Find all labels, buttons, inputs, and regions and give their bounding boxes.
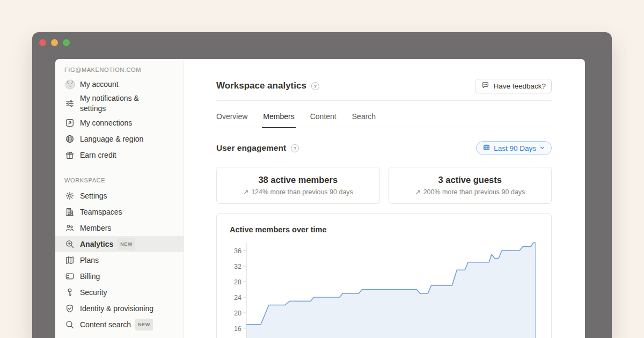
sidebar-item-label: Analytics <box>80 239 113 249</box>
date-range-button[interactable]: Last 90 Days <box>476 141 552 155</box>
sidebar-item-members[interactable]: Members <box>55 220 184 236</box>
calendar-icon <box>482 143 491 153</box>
sidebar-item-label: My notifications & settings <box>80 93 152 114</box>
map-icon <box>64 255 75 266</box>
gift-icon <box>64 150 75 160</box>
sidebar-item-label: Plans <box>80 255 99 266</box>
tab-members[interactable]: Members <box>263 112 294 128</box>
tab-search[interactable]: Search <box>352 112 376 128</box>
sidebar-item-my-account[interactable]: My account <box>55 76 184 92</box>
sidebar-item-analytics[interactable]: AnalyticsNEW <box>55 236 184 252</box>
sidebar-item-label: Content search <box>80 320 131 330</box>
magnifier-icon <box>64 319 75 330</box>
sidebar-item-identity-provisioning[interactable]: Identity & provisioning <box>55 300 184 317</box>
arrow-up-right-box-icon <box>64 117 75 128</box>
trend-up-icon: ↗ <box>243 188 248 196</box>
workspace-menu: SettingsTeamspacesMembersAnalyticsNEWPla… <box>55 188 184 333</box>
stat-delta: ↗124% more than previous 90 days <box>243 188 353 196</box>
sidebar-item-label: Billing <box>80 271 100 282</box>
sidebar-item-teamspaces[interactable]: Teamspaces <box>55 204 184 220</box>
globe-icon <box>64 134 75 144</box>
sidebar-item-content-search[interactable]: Content searchNEW <box>55 317 184 333</box>
avatar-icon <box>64 79 75 90</box>
zoom-window-button[interactable] <box>63 39 70 46</box>
sidebar-item-earn-credit[interactable]: Earn credit <box>55 147 184 163</box>
sidebar-item-label: Language & region <box>80 134 143 144</box>
y-tick-label: 20 <box>234 310 241 317</box>
tab-overview[interactable]: Overview <box>216 112 247 128</box>
y-tick-label: 28 <box>234 278 241 286</box>
chart-card: Active members over time 162024283236 <box>216 213 552 338</box>
feedback-bubble-icon <box>481 81 489 91</box>
stat-value: 38 active members <box>258 175 338 185</box>
stat-card-active-members: 38 active members↗124% more than previou… <box>216 167 380 204</box>
header-divider <box>216 100 552 101</box>
help-icon[interactable]: ? <box>311 82 319 90</box>
sidebar-item-my-notifications-settings[interactable]: My notifications & settings <box>55 92 184 115</box>
page-title: Workspace analytics <box>216 80 306 91</box>
sliders-icon <box>64 98 75 109</box>
sidebar-item-label: Members <box>80 223 111 233</box>
stat-cards-row: 38 active members↗124% more than previou… <box>216 167 552 204</box>
credit-card-icon <box>64 271 75 282</box>
active-members-chart: 162024283236 <box>230 241 539 338</box>
y-tick-label: 16 <box>234 325 241 333</box>
window-controls <box>39 39 70 46</box>
sidebar-item-label: Security <box>80 288 107 298</box>
stat-delta: ↗200% more than previous 90 days <box>415 188 525 196</box>
y-tick-label: 32 <box>234 263 241 270</box>
analytics-tabs: OverviewMembersContentSearch <box>216 112 552 128</box>
engagement-help-icon[interactable]: ? <box>291 144 299 152</box>
settings-sidebar: FIG@MAKENOTION.COM My accountMy notifica… <box>55 59 184 338</box>
shield-check-icon <box>64 303 75 314</box>
stat-delta-text: 124% more than previous 90 days <box>251 188 353 196</box>
workspace-section-label: WORKSPACE <box>55 177 184 183</box>
page-header: Workspace analytics ? Have feedback? <box>216 78 552 93</box>
app-window: FIG@MAKENOTION.COM My accountMy notifica… <box>32 32 612 338</box>
people-icon <box>64 223 75 233</box>
y-tick-label: 36 <box>234 247 241 255</box>
have-feedback-button[interactable]: Have feedback? <box>475 79 552 93</box>
sidebar-item-my-connections[interactable]: My connections <box>55 115 184 131</box>
sidebar-item-security[interactable]: Security <box>55 284 184 300</box>
stat-card-active-guests: 3 active guests↗200% more than previous … <box>389 167 552 204</box>
sidebar-item-label: My connections <box>80 118 132 128</box>
have-feedback-label: Have feedback? <box>493 82 546 90</box>
sidebar-item-settings[interactable]: Settings <box>55 188 184 204</box>
sidebar-item-label: Identity & provisioning <box>80 304 153 314</box>
user-engagement-heading: User engagement <box>216 143 286 153</box>
chevron-down-icon <box>539 144 545 152</box>
settings-panel: FIG@MAKENOTION.COM My accountMy notifica… <box>55 59 585 338</box>
trend-up-icon: ↗ <box>415 188 420 196</box>
sidebar-item-billing[interactable]: Billing <box>55 268 184 284</box>
sidebar-item-language-region[interactable]: Language & region <box>55 131 184 147</box>
user-engagement-row: User engagement ? Last 90 Days <box>216 141 552 155</box>
sidebar-item-label: Settings <box>80 191 107 201</box>
chart-title: Active members over time <box>230 225 538 234</box>
stat-value: 3 active guests <box>438 175 502 185</box>
close-window-button[interactable] <box>39 39 46 46</box>
magnifier-plus-icon <box>64 239 75 249</box>
minimize-window-button[interactable] <box>51 39 58 46</box>
sidebar-item-plans[interactable]: Plans <box>55 252 184 268</box>
sidebar-item-label: My account <box>80 79 119 90</box>
chart-area-fill <box>246 243 536 338</box>
new-badge: NEW <box>135 319 153 330</box>
key-icon <box>64 287 75 298</box>
account-email: FIG@MAKENOTION.COM <box>55 67 184 73</box>
tab-content[interactable]: Content <box>310 112 336 128</box>
stat-delta-text: 200% more than previous 90 days <box>423 188 525 196</box>
sidebar-item-label: Earn credit <box>80 150 116 160</box>
sidebar-item-label: Teamspaces <box>80 207 122 217</box>
new-badge: NEW <box>118 238 135 250</box>
y-tick-label: 24 <box>234 294 241 302</box>
main-content: Workspace analytics ? Have feedback? Ove… <box>184 59 585 338</box>
gear-icon <box>64 190 75 201</box>
account-menu: My accountMy notifications & settingsMy … <box>55 76 184 163</box>
date-range-label: Last 90 Days <box>494 144 536 152</box>
building-icon <box>64 207 75 217</box>
